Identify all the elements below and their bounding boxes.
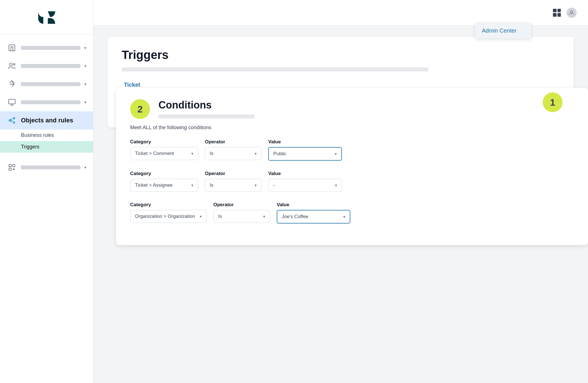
monitor-icon — [7, 97, 17, 107]
svg-point-1 — [10, 63, 12, 66]
chevron-down-icon-cat1: ▾ — [191, 151, 193, 156]
category-label-1: Category — [130, 139, 198, 145]
apps-icon — [7, 162, 17, 173]
value-label-1: Value — [268, 139, 342, 145]
condition-group-operator-3: Operator Is ▾ — [213, 202, 270, 224]
skeleton-bar-1 — [122, 67, 428, 71]
chevron-down-icon-op3: ▾ — [263, 214, 265, 219]
people-icon — [7, 61, 17, 71]
conditions-title-area: Conditions — [158, 99, 255, 118]
sidebar-item-workspace[interactable]: ▾ — [0, 93, 93, 111]
operator-select-3[interactable]: Is ▾ — [213, 210, 270, 223]
category-value-1: Ticket > Comment — [135, 151, 174, 156]
conditions-desc: Meet ALL of the following conditions — [130, 125, 574, 131]
nav-label-bar-apps — [21, 165, 80, 169]
operator-label-1: Operator — [205, 139, 261, 145]
objects-rules-icon — [7, 115, 17, 125]
svg-rect-4 — [9, 165, 11, 167]
business-rules-label: Business rules — [21, 132, 54, 138]
value-select-1[interactable]: Public ▾ — [268, 147, 342, 161]
operator-label-3: Operator — [213, 202, 270, 208]
chevron-down-icon-apps: ▾ — [84, 165, 86, 170]
condition-group-value-1: Value Public ▾ — [268, 139, 342, 161]
sidebar-item-people[interactable]: ▾ — [0, 57, 93, 75]
value-select-2[interactable]: - ▾ — [268, 179, 342, 192]
chevron-down-icon-op2: ▾ — [255, 183, 257, 188]
operator-value-1: Is — [210, 151, 213, 156]
conditions-panel: 2 Conditions Meet ALL of the following c… — [116, 88, 588, 245]
sidebar-item-apps[interactable]: ▾ — [0, 158, 93, 176]
value-select-3[interactable]: Joe's Coffee ▾ — [277, 210, 350, 224]
operator-value-3: Is — [218, 214, 222, 219]
svg-point-7 — [570, 10, 572, 12]
step2-number: 2 — [138, 104, 143, 115]
category-select-1[interactable]: Ticket > Comment ▾ — [130, 147, 198, 160]
page-title: Triggers — [122, 48, 560, 62]
sidebar: ▾ ▾ — [0, 0, 93, 383]
condition-group-category-1: Category Ticket > Comment ▾ — [130, 139, 198, 161]
value-value-1: Public — [273, 151, 286, 157]
sidebar-item-workspaces[interactable]: ▾ — [0, 39, 93, 57]
chevron-down-icon-people: ▾ — [84, 64, 86, 68]
logo-area — [0, 0, 93, 34]
building-icon — [7, 43, 17, 53]
value-label-3: Value — [277, 202, 350, 208]
category-select-3[interactable]: Organization > Organization ▾ — [130, 210, 207, 223]
value-label-2: Value — [268, 171, 342, 176]
category-select-2[interactable]: Ticket > Assignee ▾ — [130, 179, 198, 192]
value-value-3: Joe's Coffee — [282, 214, 308, 220]
chevron-down-icon-workspace: ▾ — [84, 100, 86, 105]
condition-group-value-2: Value - ▾ — [268, 171, 342, 192]
condition-group-value-3: Value Joe's Coffee ▾ — [277, 202, 350, 224]
category-value-3: Organization > Organization — [135, 214, 195, 219]
sidebar-item-channels[interactable]: ▾ — [0, 75, 93, 93]
operator-select-2[interactable]: Is ▾ — [205, 179, 261, 192]
step-badge-2: 2 — [130, 99, 150, 119]
zendesk-logo — [35, 9, 58, 26]
chevron-down-icon-cat2: ▾ — [191, 183, 193, 188]
step-badge-1: 1 — [543, 92, 563, 112]
category-label-3: Category — [130, 202, 207, 208]
svg-rect-6 — [9, 168, 11, 170]
condition-group-category-3: Category Organization > Organization ▾ — [130, 202, 207, 224]
category-value-2: Ticket > Assignee — [135, 182, 173, 188]
user-avatar[interactable] — [566, 8, 577, 18]
svg-rect-3 — [8, 99, 15, 104]
condition-row-2: Category Ticket > Assignee ▾ Operator Is… — [130, 171, 574, 192]
nav-label-bar-people — [21, 64, 80, 68]
conditions-title: Conditions — [158, 99, 255, 111]
admin-center-dropdown: Admin Center — [475, 23, 531, 39]
operator-value-2: Is — [210, 182, 213, 188]
triggers-label: Triggers — [21, 144, 39, 150]
grid-icon[interactable] — [553, 9, 561, 17]
conditions-subbar — [158, 114, 255, 118]
admin-center-link[interactable]: Admin Center — [482, 27, 516, 34]
step1-number: 1 — [550, 97, 555, 108]
svg-point-2 — [13, 63, 15, 65]
value-value-2: - — [273, 182, 275, 188]
sidebar-sub-item-triggers[interactable]: Triggers — [0, 141, 93, 153]
category-label-2: Category — [130, 171, 198, 176]
chevron-down-icon-cat3: ▾ — [200, 214, 202, 219]
nav-label-bar-workspaces — [21, 46, 80, 50]
condition-group-operator-1: Operator Is ▾ — [205, 139, 261, 161]
transfer-icon — [7, 79, 17, 89]
condition-row-3: Category Organization > Organization ▾ O… — [130, 202, 574, 224]
condition-group-category-2: Category Ticket > Assignee ▾ — [130, 171, 198, 192]
main-area: Admin Center Triggers Ticket Create trig… — [93, 0, 588, 383]
chevron-down-icon-val2: ▾ — [335, 183, 337, 188]
sidebar-label-objects-rules: Objects and rules — [21, 117, 86, 124]
chevron-down-icon-val1: ▾ — [335, 152, 337, 156]
content-area: Triggers Ticket Create trigger ▾ 1 — [93, 25, 588, 383]
chevron-down-icon-op1: ▾ — [255, 151, 257, 156]
condition-group-operator-2: Operator Is ▾ — [205, 171, 261, 192]
svg-rect-5 — [12, 165, 15, 167]
sidebar-sub-item-business-rules[interactable]: Business rules — [0, 129, 93, 141]
operator-label-2: Operator — [205, 171, 261, 176]
condition-row-1: Category Ticket > Comment ▾ Operator Is … — [130, 139, 574, 161]
operator-select-1[interactable]: Is ▾ — [205, 147, 261, 160]
chevron-down-icon: ▾ — [84, 46, 86, 50]
nav-label-bar-workspace — [21, 100, 80, 104]
topbar-icons — [553, 8, 577, 18]
sidebar-item-objects-rules[interactable]: Objects and rules — [0, 111, 93, 129]
